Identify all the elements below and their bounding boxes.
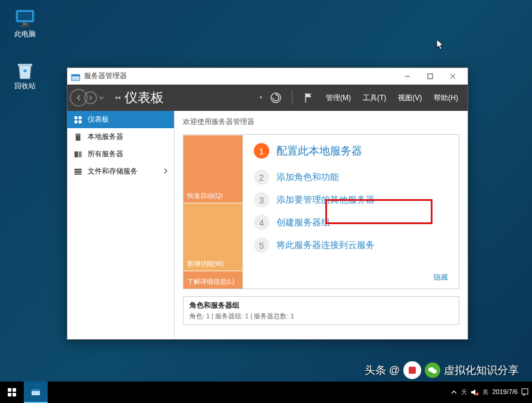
- svg-rect-3: [20, 25, 30, 27]
- close-button[interactable]: [441, 69, 464, 84]
- step-badge-5: 5: [254, 237, 269, 253]
- tile-quick-start[interactable]: 快速启动(Q): [183, 135, 242, 203]
- task-create-group[interactable]: 4 创建服务器组: [254, 215, 448, 230]
- recycle-bin-icon: [14, 60, 36, 81]
- task-add-roles[interactable]: 2 添加角色和功能: [254, 169, 448, 185]
- welcome-header: 欢迎使用服务器管理器: [175, 111, 468, 131]
- start-button[interactable]: [0, 382, 24, 403]
- nav-breadcrumb-title: 仪表板: [125, 89, 164, 107]
- svg-rect-18: [76, 134, 80, 135]
- svg-rect-24: [409, 367, 416, 374]
- nav-breadcrumb-lead: ••: [115, 93, 121, 103]
- task-label: 添加角色和功能: [276, 172, 339, 183]
- window-title: 服务器管理器: [84, 71, 396, 81]
- minimize-button[interactable]: [396, 69, 419, 84]
- flag-button[interactable]: [300, 89, 318, 107]
- step-badge-3: 3: [254, 192, 269, 207]
- roles-group: 角色和服务器组 角色: 1 | 服务器组: 1 | 服务器总数: 1: [183, 296, 459, 325]
- svg-rect-1: [18, 12, 32, 20]
- storage-icon: [73, 167, 83, 176]
- action-center-icon[interactable]: [521, 388, 528, 396]
- sidebar-item-label: 所有服务器: [88, 149, 123, 159]
- task-label: 添加要管理的其他服务器: [276, 194, 375, 206]
- svg-point-26: [432, 370, 437, 374]
- task-connect-cloud[interactable]: 5 将此服务器连接到云服务: [254, 237, 448, 253]
- hide-link[interactable]: 隐藏: [434, 272, 448, 283]
- svg-rect-8: [428, 74, 433, 79]
- nav-forward-button[interactable]: [84, 91, 97, 104]
- server-manager-icon: [30, 387, 41, 396]
- desktop-icon-pc[interactable]: 此电脑: [5, 9, 45, 39]
- tile-new-features[interactable]: 新增功能(W): [183, 203, 242, 271]
- titlebar[interactable]: 服务器管理器: [67, 68, 468, 85]
- task-label: 将此服务器连接到云服务: [276, 240, 375, 251]
- roles-title: 角色和服务器组: [189, 300, 453, 311]
- sidebar-item-dashboard[interactable]: 仪表板: [67, 111, 174, 128]
- svg-rect-20: [79, 151, 82, 157]
- servers-icon: [73, 150, 83, 159]
- chevron-right-icon: [163, 168, 168, 176]
- menu-help[interactable]: 帮助(H): [430, 93, 462, 103]
- svg-rect-15: [74, 120, 77, 123]
- sidebar-item-label: 文件和存储服务: [88, 166, 138, 176]
- desktop-icon-label: 回收站: [5, 81, 45, 91]
- sidebar-item-local-server[interactable]: 本地服务器: [67, 128, 174, 145]
- avatar-icon: [403, 361, 421, 379]
- taskbar-date[interactable]: 2019/7/6: [492, 388, 518, 396]
- refresh-button[interactable]: [267, 89, 285, 107]
- menu-tools[interactable]: 工具(T): [359, 93, 390, 103]
- task-label: 创建服务器组: [276, 217, 330, 228]
- svg-rect-19: [74, 151, 78, 157]
- sidebar-item-label: 本地服务器: [88, 132, 123, 142]
- svg-rect-2: [23, 23, 27, 25]
- watermark: 头条 @ 虚拟化知识分享: [365, 361, 519, 379]
- windows-logo-icon: [7, 388, 17, 397]
- ime-indicator-1[interactable]: 天: [461, 388, 467, 396]
- sidebar-item-all-servers[interactable]: 所有服务器: [67, 145, 174, 163]
- menu-manage[interactable]: 管理(M): [322, 93, 354, 103]
- server-manager-icon: [71, 72, 80, 81]
- desktop-icon-label: 此电脑: [5, 29, 45, 39]
- svg-rect-6: [71, 75, 80, 76]
- step-badge-1: 1: [254, 143, 269, 159]
- svg-rect-29: [8, 393, 11, 396]
- tile-label: 了解详细信息(L): [187, 277, 234, 286]
- tile-learn-more[interactable]: 了解详细信息(L): [183, 271, 242, 289]
- sidebar: 仪表板 本地服务器 所有服务器 文件和存储服务: [67, 111, 175, 339]
- svg-rect-21: [74, 169, 82, 170]
- svg-rect-27: [8, 388, 11, 392]
- tray-up-icon[interactable]: [450, 389, 458, 396]
- dashboard-icon: [73, 115, 83, 125]
- svg-rect-28: [13, 388, 16, 392]
- svg-rect-23: [74, 173, 82, 175]
- menu-view[interactable]: 视图(V): [394, 93, 425, 103]
- svg-rect-13: [74, 116, 77, 119]
- task-label: 配置此本地服务器: [276, 144, 362, 158]
- svg-rect-22: [74, 171, 82, 173]
- tile-label: 新增功能(W): [187, 259, 224, 268]
- sidebar-item-file-storage[interactable]: 文件和存储服务: [67, 163, 174, 180]
- task-add-other-servers[interactable]: 3 添加要管理的其他服务器: [254, 192, 448, 207]
- taskbar-app-server-manager[interactable]: [24, 382, 48, 403]
- roles-summary: 角色: 1 | 服务器组: 1 | 服务器总数: 1: [189, 312, 453, 321]
- desktop-icon-recycle[interactable]: 回收站: [5, 60, 45, 91]
- taskbar: 天 英 2019/7/6: [0, 382, 532, 403]
- svg-rect-16: [79, 120, 82, 123]
- refresh-icon: [270, 92, 282, 104]
- main-panel: 欢迎使用服务器管理器 快速启动(Q) 新增功能(W) 了解详细信息(L) 1: [175, 111, 468, 339]
- ime-indicator-2[interactable]: 英: [483, 388, 489, 396]
- wechat-icon: [425, 362, 440, 378]
- sidebar-item-label: 仪表板: [88, 114, 109, 125]
- step-badge-4: 4: [254, 215, 269, 230]
- task-configure-server[interactable]: 1 配置此本地服务器: [254, 143, 448, 159]
- svg-rect-35: [522, 389, 528, 394]
- svg-rect-14: [79, 116, 82, 119]
- watermark-prefix: 头条 @: [365, 363, 400, 377]
- server-icon: [73, 132, 83, 142]
- volume-icon[interactable]: [471, 389, 479, 396]
- monitor-icon: [14, 9, 36, 29]
- nav-dropdown-chevron-icon[interactable]: [98, 95, 104, 101]
- nav-chev-small: •: [260, 94, 262, 102]
- maximize-button[interactable]: [419, 69, 441, 84]
- navbar: •• 仪表板 • 管理(M) 工具(T) 视图(V) 帮助(H): [67, 85, 468, 111]
